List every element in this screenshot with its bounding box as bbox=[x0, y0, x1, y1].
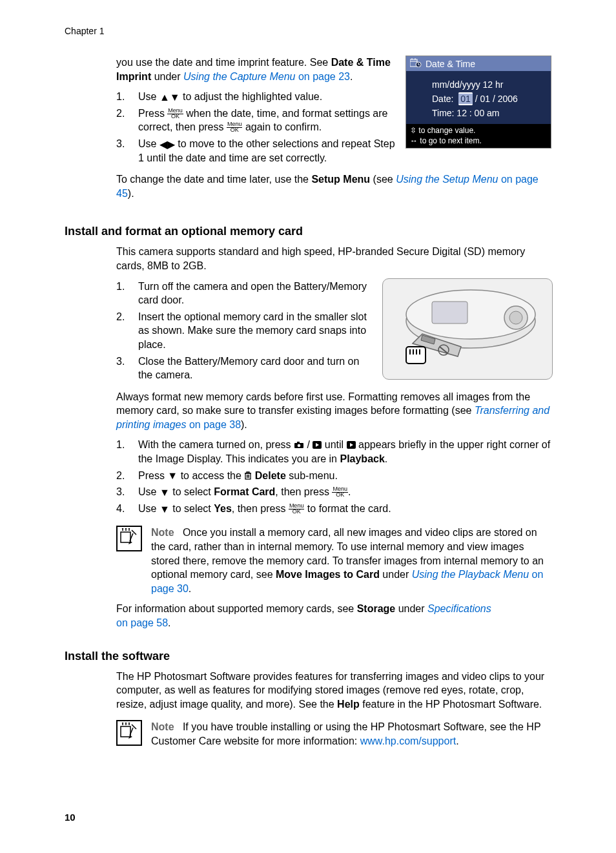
t: . bbox=[456, 735, 458, 746]
svg-point-30 bbox=[122, 528, 124, 529]
t: Use bbox=[138, 486, 159, 497]
t: If you have trouble installing or using … bbox=[151, 721, 540, 746]
svg-point-35 bbox=[125, 723, 127, 723]
t: again to confirm. bbox=[242, 121, 322, 132]
t: Help bbox=[337, 699, 360, 710]
menu-ok-icon: MenuOK bbox=[332, 486, 348, 498]
list-item: 1. With the camera turned on, press / un… bbox=[116, 437, 551, 467]
list-item: 3. Use ▼ to select Format Card, then pre… bbox=[116, 484, 551, 500]
t: Delete bbox=[255, 470, 286, 481]
svg-rect-13 bbox=[406, 347, 426, 364]
dt-screen-header: Date & Time bbox=[406, 56, 551, 71]
list-item: 1.Turn off the camera and open the Batte… bbox=[116, 278, 372, 309]
t: sub-menu. bbox=[286, 470, 338, 481]
content-block: Date & Time mm/dd/yyyy 12 hr Date: 01 / … bbox=[116, 56, 551, 205]
svg-point-20 bbox=[298, 444, 301, 447]
t: For information about supported memory c… bbox=[116, 603, 357, 614]
t: . bbox=[385, 453, 387, 464]
note-text: Note If you have trouble installing or u… bbox=[151, 720, 551, 748]
dt-steps-list: 1. Use ▲▼ to adjust the highlighted valu… bbox=[116, 88, 551, 166]
t: Insert the optional memory card in the s… bbox=[138, 311, 367, 350]
list-item: 2.Insert the optional memory card in the… bbox=[116, 309, 372, 353]
link-capture-menu[interactable]: Using the Capture Menu on page 23 bbox=[183, 71, 350, 82]
heading-install-software: Install the software bbox=[65, 650, 551, 663]
dt-screen-title: Date & Time bbox=[426, 59, 475, 69]
up-down-arrows-icon: ▲▼ bbox=[159, 92, 180, 103]
t: To change the date and time later, use t… bbox=[116, 174, 311, 185]
t: Press bbox=[138, 470, 167, 481]
trash-icon bbox=[244, 471, 252, 482]
intro-b: under bbox=[151, 71, 183, 82]
list-item: 2. Press ▼ to access the Delete sub-menu… bbox=[116, 468, 551, 484]
t: to move to the other selections and repe… bbox=[138, 138, 395, 163]
t: Yes bbox=[214, 503, 232, 514]
t: Use bbox=[138, 91, 159, 102]
t: Always format new memory cards before fi… bbox=[116, 391, 530, 416]
t: OK bbox=[292, 508, 302, 515]
t: to adjust the highlighted value. bbox=[180, 91, 323, 102]
t: to select bbox=[170, 503, 214, 514]
t: Press bbox=[138, 108, 167, 119]
t: on page 38 bbox=[187, 419, 241, 430]
down-arrow-icon: ▼ bbox=[167, 471, 178, 481]
t: Using the Playback Menu bbox=[412, 569, 529, 580]
t: to format the card. bbox=[304, 503, 391, 514]
ok-text: OK bbox=[230, 127, 240, 133]
slash: / bbox=[304, 439, 313, 450]
sec2-list1: 1.Turn off the camera and open the Batte… bbox=[116, 278, 372, 384]
t: Use bbox=[138, 503, 159, 514]
svg-point-31 bbox=[125, 528, 127, 529]
t: under bbox=[395, 603, 427, 614]
intro-a: you use the date and time imprint featur… bbox=[116, 57, 331, 68]
t: Turn off the camera and open the Battery… bbox=[138, 281, 367, 306]
calendar-clock-icon bbox=[410, 58, 422, 69]
menu-ok-icon: MenuOK bbox=[289, 503, 305, 515]
t: on page 58 bbox=[116, 617, 168, 628]
menu-ok-icon: MenuOK bbox=[167, 108, 183, 119]
link-hp-support[interactable]: www.hp.com/support bbox=[360, 735, 457, 746]
t: Setup Menu bbox=[311, 174, 370, 185]
t: , then press bbox=[232, 503, 289, 514]
intro-link-text: Using the Capture Menu bbox=[183, 71, 295, 82]
note-label: Note bbox=[151, 721, 174, 732]
svg-point-10 bbox=[509, 311, 522, 324]
t: Using the Setup Menu bbox=[396, 174, 498, 185]
t: (see bbox=[370, 174, 396, 185]
camera-illustration bbox=[382, 278, 551, 380]
sec2-para2: Always format new memory cards before fi… bbox=[116, 390, 551, 432]
sec2-list2: 1. With the camera turned on, press / un… bbox=[116, 437, 551, 517]
note-memory-card: Note Once you install a memory card, all… bbox=[116, 526, 551, 595]
sec3-para: The HP Photosmart Software provides feat… bbox=[116, 670, 551, 712]
t: to select bbox=[170, 486, 214, 497]
t: OK bbox=[335, 491, 345, 498]
svg-rect-11 bbox=[432, 302, 467, 324]
menu-ok-icon: MenuOK bbox=[227, 121, 243, 133]
t: . bbox=[168, 617, 170, 628]
t: until bbox=[322, 439, 346, 450]
note-label: Note bbox=[151, 527, 174, 538]
t: Specifications bbox=[427, 603, 491, 614]
ok-text: OK bbox=[170, 113, 180, 119]
intro-link-pg: on page 23 bbox=[295, 71, 350, 82]
list-item: 2. Press MenuOK when the date, time, and… bbox=[116, 105, 551, 136]
sec2-intro: This camera supports standard and high s… bbox=[116, 245, 551, 272]
t: . bbox=[348, 486, 351, 497]
sec2-para3: For information about supported memory c… bbox=[116, 602, 551, 630]
list-item: 1. Use ▲▼ to adjust the highlighted valu… bbox=[116, 88, 551, 105]
list-item: 4. Use ▼ to select Yes, then press MenuO… bbox=[116, 500, 551, 517]
t: . bbox=[189, 583, 191, 594]
svg-point-32 bbox=[128, 528, 130, 529]
t: Move Images to Card bbox=[276, 569, 380, 580]
page-number: 10 bbox=[65, 812, 76, 823]
t: to access the bbox=[178, 470, 244, 481]
svg-point-36 bbox=[128, 723, 130, 723]
note-software: Note If you have trouble installing or u… bbox=[116, 720, 551, 748]
t: ). bbox=[128, 188, 134, 199]
left-right-arrows-icon: ◀▶ bbox=[159, 139, 175, 150]
chapter-label: Chapter 1 bbox=[65, 26, 551, 36]
list-item: 3.Close the Battery/Memory card door and… bbox=[116, 353, 372, 384]
svg-rect-19 bbox=[297, 442, 300, 444]
t: Close the Battery/Memory card door and t… bbox=[138, 356, 359, 381]
sec2-block: This camera supports standard and high s… bbox=[116, 245, 551, 630]
svg-point-34 bbox=[122, 723, 124, 723]
